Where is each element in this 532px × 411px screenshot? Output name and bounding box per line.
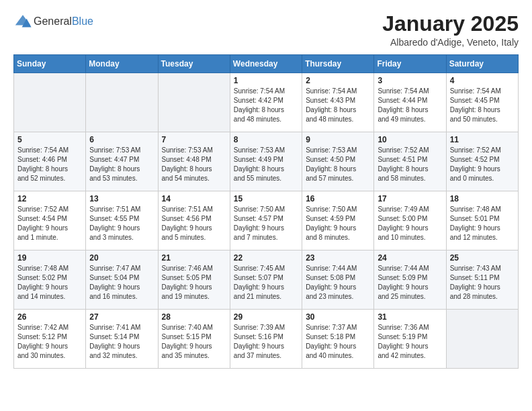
day-cell: 10Sunrise: 7:52 AM Sunset: 4:51 PM Dayli…: [374, 132, 446, 191]
week-row-4: 19Sunrise: 7:48 AM Sunset: 5:02 PM Dayli…: [14, 250, 519, 310]
day-header-saturday: Saturday: [446, 55, 518, 73]
day-number: 10: [378, 135, 442, 144]
logo: GeneralBlue: [13, 12, 93, 31]
day-cell: 24Sunrise: 7:44 AM Sunset: 5:09 PM Dayli…: [374, 250, 446, 310]
day-info: Sunrise: 7:50 AM Sunset: 4:57 PM Dayligh…: [234, 205, 298, 242]
day-number: 25: [450, 253, 515, 263]
day-header-thursday: Thursday: [302, 55, 374, 73]
day-number: 7: [162, 135, 226, 144]
day-info: Sunrise: 7:54 AM Sunset: 4:44 PM Dayligh…: [378, 87, 442, 124]
day-info: Sunrise: 7:50 AM Sunset: 4:59 PM Dayligh…: [306, 205, 370, 242]
day-number: 22: [234, 253, 298, 263]
day-info: Sunrise: 7:54 AM Sunset: 4:43 PM Dayligh…: [306, 87, 370, 124]
day-cell: 15Sunrise: 7:50 AM Sunset: 4:57 PM Dayli…: [230, 191, 302, 250]
day-cell: 2Sunrise: 7:54 AM Sunset: 4:43 PM Daylig…: [302, 73, 374, 132]
day-cell: 8Sunrise: 7:53 AM Sunset: 4:49 PM Daylig…: [230, 132, 302, 191]
calendar-header-row: SundayMondayTuesdayWednesdayThursdayFrid…: [14, 55, 519, 73]
day-number: 27: [89, 312, 154, 322]
day-info: Sunrise: 7:54 AM Sunset: 4:42 PM Dayligh…: [234, 87, 298, 124]
week-row-1: 1Sunrise: 7:54 AM Sunset: 4:42 PM Daylig…: [14, 73, 519, 132]
logo-icon: [13, 12, 32, 31]
day-info: Sunrise: 7:37 AM Sunset: 5:18 PM Dayligh…: [306, 323, 370, 361]
day-info: Sunrise: 7:53 AM Sunset: 4:48 PM Dayligh…: [162, 146, 226, 183]
day-info: Sunrise: 7:45 AM Sunset: 5:07 PM Dayligh…: [234, 264, 298, 302]
day-cell: 6Sunrise: 7:53 AM Sunset: 4:47 PM Daylig…: [86, 132, 158, 191]
day-number: 26: [17, 312, 82, 322]
day-info: Sunrise: 7:54 AM Sunset: 4:45 PM Dayligh…: [450, 87, 515, 124]
day-number: 19: [17, 253, 82, 263]
day-number: 3: [378, 76, 442, 85]
day-info: Sunrise: 7:41 AM Sunset: 5:14 PM Dayligh…: [89, 323, 154, 361]
day-number: 14: [162, 194, 226, 203]
month-title: January 2025: [382, 12, 519, 36]
day-header-monday: Monday: [86, 55, 158, 73]
day-info: Sunrise: 7:53 AM Sunset: 4:49 PM Dayligh…: [234, 146, 298, 183]
day-cell: 19Sunrise: 7:48 AM Sunset: 5:02 PM Dayli…: [14, 250, 86, 310]
day-info: Sunrise: 7:43 AM Sunset: 5:11 PM Dayligh…: [450, 264, 515, 302]
day-header-friday: Friday: [374, 55, 446, 73]
day-cell: 11Sunrise: 7:52 AM Sunset: 4:52 PM Dayli…: [446, 132, 518, 191]
week-row-3: 12Sunrise: 7:52 AM Sunset: 4:54 PM Dayli…: [14, 191, 519, 250]
day-number: 23: [306, 253, 370, 263]
day-number: 15: [234, 194, 298, 203]
day-number: 17: [378, 194, 442, 203]
day-info: Sunrise: 7:44 AM Sunset: 5:09 PM Dayligh…: [378, 264, 442, 302]
logo-blue: Blue: [72, 15, 93, 28]
day-number: 21: [162, 253, 226, 263]
day-number: 31: [378, 312, 442, 322]
day-info: Sunrise: 7:48 AM Sunset: 5:02 PM Dayligh…: [17, 264, 82, 302]
day-info: Sunrise: 7:39 AM Sunset: 5:16 PM Dayligh…: [234, 323, 298, 361]
day-cell: 23Sunrise: 7:44 AM Sunset: 5:08 PM Dayli…: [302, 250, 374, 310]
week-row-5: 26Sunrise: 7:42 AM Sunset: 5:12 PM Dayli…: [14, 310, 519, 369]
day-number: 24: [378, 253, 442, 263]
day-cell: 26Sunrise: 7:42 AM Sunset: 5:12 PM Dayli…: [14, 310, 86, 369]
day-cell: 5Sunrise: 7:54 AM Sunset: 4:46 PM Daylig…: [14, 132, 86, 191]
day-cell: 18Sunrise: 7:48 AM Sunset: 5:01 PM Dayli…: [446, 191, 518, 250]
calendar: SundayMondayTuesdayWednesdayThursdayFrid…: [13, 54, 519, 369]
day-info: Sunrise: 7:52 AM Sunset: 4:52 PM Dayligh…: [450, 146, 515, 183]
day-header-sunday: Sunday: [14, 55, 86, 73]
day-number: 20: [89, 253, 154, 263]
page: GeneralBlue January 2025 Albaredo d'Adig…: [0, 0, 532, 411]
day-header-tuesday: Tuesday: [158, 55, 230, 73]
day-number: 30: [306, 312, 370, 322]
logo-general: General: [34, 15, 72, 28]
day-number: 11: [450, 135, 515, 144]
day-info: Sunrise: 7:51 AM Sunset: 4:56 PM Dayligh…: [162, 205, 226, 242]
day-info: Sunrise: 7:40 AM Sunset: 5:15 PM Dayligh…: [162, 323, 226, 361]
day-cell: 25Sunrise: 7:43 AM Sunset: 5:11 PM Dayli…: [446, 250, 518, 310]
day-number: 13: [89, 194, 154, 203]
logo-text: GeneralBlue: [34, 15, 93, 28]
day-number: 12: [17, 194, 82, 203]
day-number: 9: [306, 135, 370, 144]
day-cell: [446, 310, 518, 369]
day-cell: 30Sunrise: 7:37 AM Sunset: 5:18 PM Dayli…: [302, 310, 374, 369]
day-number: 8: [234, 135, 298, 144]
day-cell: [86, 73, 158, 132]
day-info: Sunrise: 7:52 AM Sunset: 4:54 PM Dayligh…: [17, 205, 82, 242]
day-info: Sunrise: 7:53 AM Sunset: 4:47 PM Dayligh…: [89, 146, 154, 183]
day-cell: [158, 73, 230, 132]
header: GeneralBlue January 2025 Albaredo d'Adig…: [13, 12, 519, 48]
day-cell: 7Sunrise: 7:53 AM Sunset: 4:48 PM Daylig…: [158, 132, 230, 191]
day-cell: 16Sunrise: 7:50 AM Sunset: 4:59 PM Dayli…: [302, 191, 374, 250]
week-row-2: 5Sunrise: 7:54 AM Sunset: 4:46 PM Daylig…: [14, 132, 519, 191]
day-number: 2: [306, 76, 370, 85]
day-cell: 22Sunrise: 7:45 AM Sunset: 5:07 PM Dayli…: [230, 250, 302, 310]
day-number: 28: [162, 312, 226, 322]
day-cell: [14, 73, 86, 132]
day-number: 5: [17, 135, 82, 144]
day-cell: 14Sunrise: 7:51 AM Sunset: 4:56 PM Dayli…: [158, 191, 230, 250]
day-info: Sunrise: 7:53 AM Sunset: 4:50 PM Dayligh…: [306, 146, 370, 183]
day-cell: 29Sunrise: 7:39 AM Sunset: 5:16 PM Dayli…: [230, 310, 302, 369]
day-header-wednesday: Wednesday: [230, 55, 302, 73]
day-number: 6: [89, 135, 154, 144]
day-cell: 21Sunrise: 7:46 AM Sunset: 5:05 PM Dayli…: [158, 250, 230, 310]
day-info: Sunrise: 7:47 AM Sunset: 5:04 PM Dayligh…: [89, 264, 154, 302]
day-cell: 28Sunrise: 7:40 AM Sunset: 5:15 PM Dayli…: [158, 310, 230, 369]
day-info: Sunrise: 7:36 AM Sunset: 5:19 PM Dayligh…: [378, 323, 442, 361]
day-cell: 20Sunrise: 7:47 AM Sunset: 5:04 PM Dayli…: [86, 250, 158, 310]
day-cell: 12Sunrise: 7:52 AM Sunset: 4:54 PM Dayli…: [14, 191, 86, 250]
day-cell: 9Sunrise: 7:53 AM Sunset: 4:50 PM Daylig…: [302, 132, 374, 191]
day-cell: 4Sunrise: 7:54 AM Sunset: 4:45 PM Daylig…: [446, 73, 518, 132]
